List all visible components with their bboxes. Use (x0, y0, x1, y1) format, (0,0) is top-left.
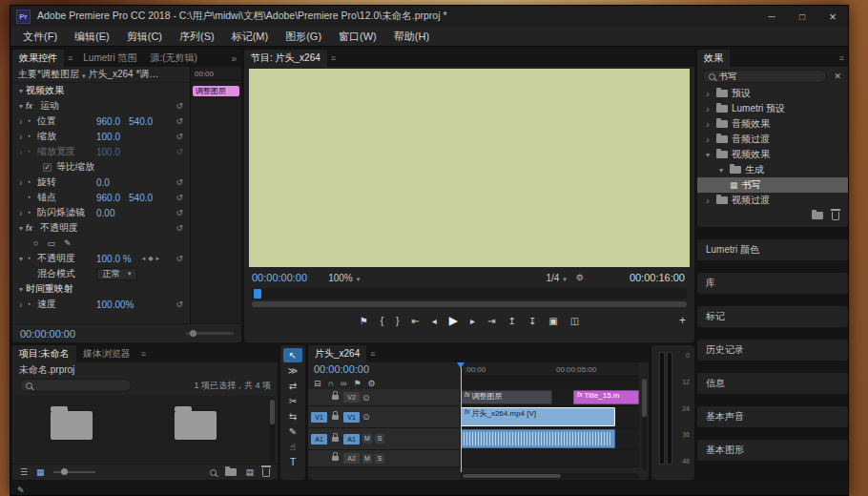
tab-effects[interactable]: 效果 (697, 50, 730, 67)
anchor-y-value[interactable]: 540.0 (129, 193, 153, 203)
rect-mask-icon[interactable] (47, 238, 55, 248)
play-icon[interactable]: ▶ (449, 314, 458, 327)
menu-clip[interactable]: 剪辑(C) (118, 30, 171, 44)
tree-item-write-on[interactable]: 书写 (697, 177, 848, 193)
lock-icon[interactable] (332, 415, 339, 420)
twirl-icon[interactable] (16, 208, 26, 218)
lift-icon[interactable]: ↥ (508, 316, 516, 326)
tab-sequence[interactable]: 片头_x264 (308, 345, 366, 362)
tab-program-monitor[interactable]: 节目: 片头_x264 (244, 50, 327, 67)
panel-menu-icon[interactable] (839, 53, 844, 63)
panel-history[interactable]: 历史记录 (697, 340, 848, 361)
tree-item-video-effects[interactable]: 视频效果 (697, 147, 848, 162)
clear-search-icon[interactable]: ✕ (832, 72, 843, 81)
time-ruler[interactable]: :00:00 00:00:05:00 (461, 362, 639, 377)
next-keyframe-icon[interactable] (156, 255, 160, 262)
menu-edit[interactable]: 编辑(E) (66, 30, 118, 44)
twirl-icon[interactable] (16, 87, 26, 95)
vertical-scrollbar[interactable] (642, 377, 647, 470)
thumbnail-zoom-slider[interactable] (53, 471, 95, 473)
delete-custom-item-icon[interactable] (832, 212, 839, 220)
reset-effect-icon[interactable] (176, 223, 186, 233)
clip-audio[interactable] (461, 429, 615, 448)
menu-sequence[interactable]: 序列(S) (171, 30, 223, 44)
horizontal-scrollbar[interactable] (461, 473, 639, 479)
ellipse-mask-icon[interactable] (33, 238, 38, 248)
reset-parameter-icon[interactable] (176, 193, 186, 202)
effect-controls-timecode[interactable]: 00:00:00:00 (20, 328, 75, 340)
scale-row[interactable]: 缩放 100.0 (12, 129, 186, 144)
tab-project[interactable]: 项目:未命名 (12, 345, 76, 362)
twirl-icon[interactable] (703, 104, 713, 114)
solo-track-button[interactable]: S (375, 434, 384, 444)
position-row[interactable]: 位置 960.0 540.0 (12, 114, 186, 129)
pen-tool[interactable]: ✎ (283, 424, 302, 439)
new-bin-icon[interactable] (225, 468, 237, 476)
timeline-timecode[interactable]: 00:00:00:00 (308, 362, 461, 377)
zoom-slider[interactable] (186, 332, 234, 335)
mute-track-button[interactable]: M (362, 434, 372, 444)
reset-effect-icon[interactable] (176, 101, 186, 111)
mini-timeline-clip[interactable]: 调整图层 (193, 86, 239, 96)
find-icon[interactable] (210, 469, 217, 476)
razor-tool[interactable]: ✂ (283, 394, 302, 408)
panel-markers[interactable]: 标记 (697, 306, 848, 327)
comparison-view-icon[interactable]: ◫ (570, 316, 579, 326)
nest-icon[interactable]: ⊟ (314, 379, 321, 388)
program-scrubber[interactable] (252, 288, 687, 300)
panel-menu-icon[interactable] (141, 349, 146, 359)
twirl-icon[interactable] (16, 255, 26, 263)
tab-overflow-icon[interactable] (231, 53, 241, 64)
twirl-icon[interactable] (16, 224, 26, 233)
step-back-icon[interactable]: ◂ (432, 316, 437, 326)
reset-parameter-icon[interactable] (176, 300, 186, 309)
project-item-list[interactable] (14, 396, 276, 464)
tab-effect-controls[interactable]: 效果控件 (12, 50, 64, 67)
add-marker-icon[interactable]: ⚑ (360, 316, 368, 326)
tree-item-lumetri-presets[interactable]: Lumetri 预设 (697, 101, 848, 116)
playhead[interactable] (461, 362, 462, 472)
track-a1-clips[interactable] (461, 428, 639, 449)
speed-row[interactable]: 速度 100.00% (12, 297, 186, 312)
tree-item-audio-effects[interactable]: 音频效果 (697, 116, 848, 132)
opacity-row[interactable]: 不透明度 100.0 % (12, 251, 186, 266)
menu-window[interactable]: 窗口(W) (330, 30, 385, 44)
selection-tool[interactable]: ↖ (283, 348, 302, 362)
clip-adjustment-layer[interactable]: fx 调整图层 (461, 390, 552, 404)
close-button[interactable] (817, 6, 848, 27)
panel-libraries[interactable]: 库 (697, 273, 848, 294)
stopwatch-icon[interactable] (26, 132, 37, 141)
reset-parameter-icon[interactable] (176, 132, 186, 141)
source-patch-v1[interactable]: V1 (311, 412, 327, 423)
stopwatch-icon[interactable] (26, 208, 37, 217)
track-target-v2[interactable]: V2 (343, 392, 360, 403)
menu-help[interactable]: 帮助(H) (385, 30, 438, 44)
source-patch-a1[interactable]: A1 (311, 434, 327, 444)
tree-item-generate[interactable]: 生成 (697, 162, 848, 177)
ripple-edit-tool[interactable]: ⇄ (283, 379, 302, 393)
track-select-forward-tool[interactable]: ≫ (283, 363, 302, 378)
opacity-effect-row[interactable]: fx 不透明度 (12, 220, 186, 236)
menu-markers[interactable]: 标记(M) (223, 30, 278, 44)
twirl-icon[interactable] (703, 119, 713, 130)
list-view-icon[interactable]: ☰ (20, 467, 28, 477)
twirl-icon[interactable] (16, 300, 26, 310)
maximize-button[interactable] (787, 6, 817, 27)
panel-menu-icon[interactable] (331, 53, 336, 63)
previous-keyframe-icon[interactable] (142, 255, 146, 262)
work-area-bar[interactable] (461, 377, 639, 389)
reset-parameter-icon[interactable] (176, 254, 186, 263)
new-custom-bin-icon[interactable] (812, 212, 823, 219)
effect-controls-mini-timeline[interactable]: 00:00 调整图层 (190, 67, 241, 323)
stopwatch-icon[interactable] (26, 300, 37, 309)
effects-search-box[interactable] (702, 70, 827, 83)
project-search-input[interactable] (36, 381, 125, 390)
antiflicker-value[interactable]: 0.00 (96, 208, 114, 218)
track-target-a2[interactable]: A2 (343, 453, 360, 464)
type-tool[interactable]: T (283, 455, 302, 469)
project-search-box[interactable] (19, 379, 132, 392)
panel-menu-icon[interactable] (370, 349, 375, 359)
position-x-value[interactable]: 960.0 (96, 116, 120, 127)
zoom-scrollbar[interactable] (252, 301, 687, 307)
twirl-icon[interactable] (16, 177, 26, 188)
